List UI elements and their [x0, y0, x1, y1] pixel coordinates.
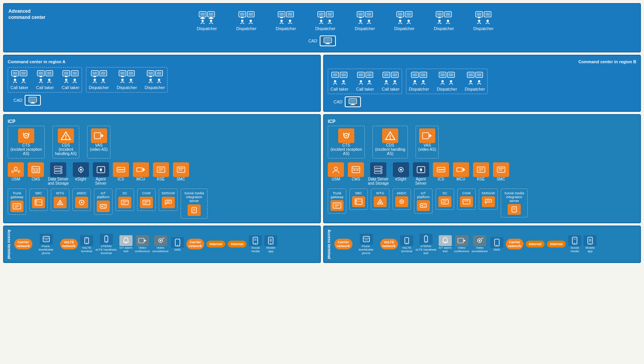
- svg-marker-220: [429, 134, 432, 138]
- access-right-section: Access terminal Carriernetwork Fixed-lin…: [323, 226, 641, 263]
- smc-left-icon: [173, 162, 189, 177]
- svg-rect-81: [72, 72, 77, 75]
- region-a-calltakers-box: Call taker: [8, 67, 82, 93]
- svg-rect-264: [443, 201, 447, 201]
- dispatcher-8-label: Dispatcher: [473, 26, 494, 31]
- svg-point-197: [81, 202, 82, 203]
- emdc-right: eMDC: [392, 189, 411, 210]
- dispatcher-2: Dispatcher: [236, 11, 257, 31]
- svg-point-89: [94, 79, 96, 81]
- dispatcher-7: Dispatcher: [434, 11, 454, 31]
- iot-platform-icon: [97, 201, 110, 212]
- svg-rect-40: [399, 17, 401, 18]
- svg-point-90: [102, 79, 104, 81]
- svg-point-304: [406, 243, 407, 243]
- sbc-right: SBC: [349, 189, 368, 210]
- trunk-gateway-icon: [10, 201, 23, 212]
- wtg-right: WTG: [371, 189, 389, 210]
- svg-rect-19: [280, 17, 283, 18]
- svg-rect-204: [122, 203, 126, 204]
- svg-rect-106: [30, 98, 36, 101]
- svg-rect-93: [121, 76, 124, 77]
- svg-rect-160: [36, 170, 39, 170]
- carrier-network-badge-left-1: Carriernetwork: [14, 239, 32, 249]
- svg-point-315: [496, 245, 497, 246]
- svg-rect-246: [498, 168, 504, 169]
- svg-rect-12: [241, 17, 243, 18]
- svg-rect-60: [325, 39, 331, 42]
- svg-point-238: [442, 169, 444, 170]
- cts-right-icon: [338, 128, 354, 143]
- svg-rect-100: [149, 76, 152, 77]
- video-conference-right: Video conference: [454, 235, 470, 253]
- sms-left: SMS: [171, 237, 184, 251]
- svg-point-129: [414, 80, 416, 83]
- svg-rect-32: [358, 13, 363, 16]
- dispatcher-3-label: Dispatcher: [276, 26, 296, 31]
- svg-point-221: [334, 167, 337, 170]
- svg-point-36: [359, 20, 362, 22]
- mcu-left-icon: [133, 162, 149, 177]
- svg-rect-116: [359, 73, 363, 76]
- cgw-left: CGW: [137, 189, 156, 211]
- usm-right: USM: [328, 162, 344, 181]
- region-a-calltaker-1: Call taker: [10, 70, 28, 90]
- svg-point-96: [121, 79, 124, 81]
- svg-point-104: [158, 79, 160, 81]
- svg-rect-206: [144, 201, 149, 202]
- svg-rect-203: [122, 201, 127, 202]
- emdc-icon: [75, 197, 88, 208]
- cms-left: CMS: [28, 162, 44, 181]
- svg-point-237: [440, 169, 442, 170]
- volte-terminal-left: VoLTE terminal: [80, 235, 93, 253]
- svg-marker-310: [464, 239, 466, 242]
- svg-rect-78: [64, 72, 69, 75]
- svg-rect-11: [240, 13, 245, 16]
- ics-left: ICS: [113, 162, 129, 181]
- svg-rect-7: [209, 18, 213, 19]
- svg-point-58: [486, 20, 489, 22]
- cms-left-icon: [28, 162, 44, 177]
- top-cad-row: CAD: [8, 34, 636, 48]
- svg-point-138: [450, 80, 452, 83]
- svg-point-144: [478, 80, 480, 83]
- cts-right: CTS (incident reception AS): [328, 126, 365, 158]
- advanced-command-center-section: Advanced command center: [3, 3, 641, 52]
- svg-point-167: [60, 172, 61, 173]
- rse-right: RSE: [473, 162, 489, 181]
- svg-point-82: [65, 79, 67, 81]
- calltaker-label: Call taker: [10, 85, 28, 90]
- svg-rect-128: [413, 73, 417, 76]
- svg-point-15: [241, 20, 243, 22]
- access-left-section: Access terminal Carriernetwork Fixed-lin…: [3, 226, 321, 263]
- svg-point-312: [479, 240, 480, 241]
- icp-left-section: ICP CTS (incident reception AS): [3, 114, 321, 223]
- smsgw-icon: [162, 197, 175, 208]
- dispatcher-label: Dispatcher: [145, 85, 165, 90]
- svg-rect-62: [325, 44, 330, 44]
- access-right-label: Access terminal: [327, 229, 331, 259]
- svg-point-300: [365, 239, 366, 240]
- svg-rect-67: [21, 72, 26, 75]
- svg-point-227: [381, 167, 381, 168]
- svg-rect-219: [423, 133, 429, 139]
- sc-right: SC: [436, 189, 454, 210]
- svg-point-287: [160, 240, 161, 241]
- svg-rect-28: [327, 13, 332, 16]
- etera-handheld-left: eTERA/ eLTE handheld; terminal: [96, 234, 117, 255]
- icp-row: ICP CTS (incident reception AS): [3, 114, 641, 223]
- volte-network-badge-left: VoLTEnetwork: [60, 239, 78, 249]
- svg-point-254: [356, 200, 357, 201]
- svg-rect-35: [367, 13, 371, 16]
- region-a-cad-label: CAD: [13, 98, 22, 103]
- svg-rect-65: [14, 76, 16, 77]
- svg-rect-157: [32, 167, 40, 173]
- svg-point-193: [36, 203, 37, 204]
- advanced-command-center-label: Advanced command center: [8, 8, 51, 20]
- region-a-label: Command center in region A: [8, 59, 316, 64]
- svg-rect-79: [65, 76, 67, 77]
- region-b-dispatchers-box: Dispatcher Dispatche: [406, 69, 488, 94]
- svg-rect-99: [148, 72, 153, 75]
- iot-alarm-bell-right: IoT alarm bell: [439, 235, 452, 253]
- svg-point-83: [74, 79, 76, 81]
